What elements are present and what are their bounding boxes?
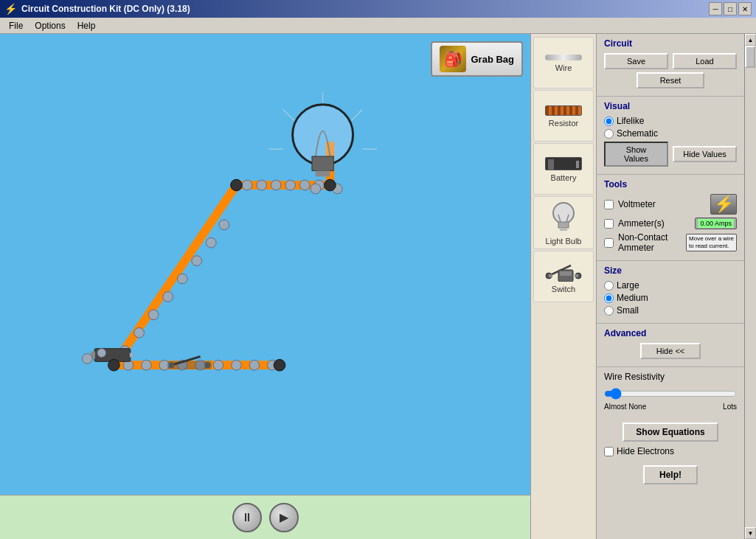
- svg-point-45: [311, 184, 321, 194]
- size-title: Size: [604, 265, 737, 276]
- noncontact-row: Non-ContactAmmeter Move over a wireto re…: [604, 232, 737, 253]
- lifelike-option[interactable]: Lifelike: [604, 116, 737, 126]
- voltmeter-label[interactable]: Voltmeter: [618, 199, 656, 209]
- maximize-button[interactable]: □: [724, 2, 737, 15]
- svg-point-16: [299, 180, 310, 190]
- ammeter-display: 0.00 Amps: [698, 219, 734, 228]
- menu-help[interactable]: Help: [72, 19, 102, 32]
- sim-canvas[interactable]: 🎒 Grab Bag: [0, 34, 530, 495]
- junction-bottom-right: [274, 359, 285, 371]
- svg-point-5: [134, 327, 145, 338]
- size-large-label: Large: [617, 280, 639, 291]
- almost-none-label: Almost None: [604, 403, 646, 411]
- svg-point-47: [553, 203, 574, 223]
- palette-switch[interactable]: Switch: [533, 251, 594, 302]
- scroll-thumb[interactable]: [745, 46, 755, 68]
- menu-options[interactable]: Options: [29, 19, 71, 32]
- switch-component[interactable]: [168, 357, 212, 369]
- svg-point-19: [142, 360, 152, 370]
- svg-point-6: [148, 310, 159, 320]
- noncontact-label[interactable]: Non-ContactAmmeter: [618, 232, 667, 253]
- circuit-buttons: Save Load: [604, 53, 737, 69]
- svg-point-11: [219, 220, 229, 230]
- scroll-down-button[interactable]: ▼: [745, 527, 756, 539]
- schematic-option[interactable]: Schematic: [604, 128, 737, 139]
- lightbulb-component[interactable]: [268, 91, 376, 194]
- help-button[interactable]: Help!: [643, 465, 698, 484]
- size-group: Large Medium Small: [604, 280, 737, 316]
- schematic-radio[interactable]: [604, 129, 614, 139]
- size-large-option[interactable]: Large: [604, 280, 737, 291]
- palette-lightbulb[interactable]: Light Bulb: [533, 196, 594, 249]
- lots-label: Lots: [723, 403, 737, 411]
- palette-wire[interactable]: Wire: [533, 37, 594, 88]
- svg-point-14: [271, 180, 281, 190]
- app-icon: ⚡: [4, 3, 17, 15]
- ammeter-label[interactable]: Ammeter(s): [618, 218, 665, 229]
- tools-section: Tools Voltmeter ⚡ Ammeter(s) 0.00 Amps: [597, 175, 744, 261]
- circuit-title: Circuit: [604, 38, 737, 49]
- svg-point-24: [232, 360, 242, 370]
- size-large-radio[interactable]: [604, 281, 614, 291]
- noncontact-checkbox[interactable]: [604, 238, 614, 248]
- size-section: Size Large Medium Small: [597, 261, 744, 324]
- hide-electrons-label[interactable]: Hide Electrons: [617, 446, 674, 456]
- show-values-button[interactable]: Show Values: [604, 142, 668, 167]
- svg-line-37: [352, 110, 363, 121]
- hide-values-button[interactable]: Hide Values: [673, 146, 737, 162]
- hide-electrons-checkbox[interactable]: [604, 447, 614, 456]
- svg-point-13: [257, 180, 267, 190]
- svg-point-12: [242, 180, 252, 190]
- show-equations-button[interactable]: Show Equations: [623, 422, 718, 442]
- help-container: Help!: [597, 465, 744, 484]
- wire-resistivity-label: Wire Resistivity: [604, 372, 737, 382]
- size-small-radio[interactable]: [604, 306, 614, 316]
- svg-line-38: [283, 110, 294, 121]
- reset-button[interactable]: Reset: [637, 72, 705, 88]
- size-medium-label: Medium: [617, 293, 648, 303]
- battery-label: Battery: [551, 173, 577, 182]
- voltmeter-checkbox[interactable]: [604, 200, 614, 209]
- svg-point-10: [206, 237, 216, 248]
- svg-line-0: [114, 185, 236, 365]
- ammeter-checkbox[interactable]: [604, 219, 614, 229]
- close-button[interactable]: ✕: [738, 2, 752, 15]
- pause-button[interactable]: ⏸: [232, 503, 262, 532]
- junction-top-left: [231, 179, 243, 191]
- palette-resistor[interactable]: Resistor: [533, 90, 594, 142]
- switch-label: Switch: [552, 285, 575, 293]
- scrollbar: ▲ ▼: [744, 34, 756, 539]
- menu-file[interactable]: File: [3, 19, 29, 32]
- reset-row: Reset: [604, 72, 737, 88]
- size-medium-option[interactable]: Medium: [604, 293, 737, 303]
- minimize-button[interactable]: ─: [709, 2, 722, 15]
- battery-component[interactable]: [82, 349, 132, 364]
- size-small-option[interactable]: Small: [604, 305, 737, 316]
- save-button[interactable]: Save: [604, 53, 668, 69]
- play-icon: ▶: [280, 510, 288, 524]
- svg-rect-49: [560, 228, 567, 231]
- resistor-label: Resistor: [549, 119, 578, 128]
- size-medium-radio[interactable]: [604, 293, 614, 303]
- visual-section: Visual Lifelike Schematic Show Values Hi…: [597, 97, 744, 175]
- svg-point-25: [249, 360, 260, 370]
- svg-point-34: [169, 362, 175, 368]
- wire-top-left: [114, 142, 330, 370]
- scroll-track[interactable]: [745, 46, 756, 527]
- noncontact-icon: Move over a wireto read current.: [686, 234, 737, 252]
- scroll-up-button[interactable]: ▲: [745, 34, 756, 46]
- svg-point-42: [294, 106, 352, 164]
- load-button[interactable]: Load: [673, 53, 737, 69]
- play-button[interactable]: ▶: [269, 503, 299, 532]
- lifelike-radio[interactable]: [604, 117, 614, 126]
- palette-battery[interactable]: Battery: [533, 143, 594, 195]
- hide-advanced-button[interactable]: Hide <<: [640, 343, 701, 359]
- svg-rect-43: [312, 156, 333, 171]
- switch-icon: [545, 261, 582, 282]
- lightbulb-label: Light Bulb: [546, 237, 582, 246]
- svg-point-30: [82, 354, 92, 364]
- resistivity-slider[interactable]: [604, 388, 737, 400]
- main-layout: 🎒 Grab Bag: [0, 34, 756, 539]
- wire-label: Wire: [555, 63, 572, 72]
- svg-rect-29: [130, 353, 133, 358]
